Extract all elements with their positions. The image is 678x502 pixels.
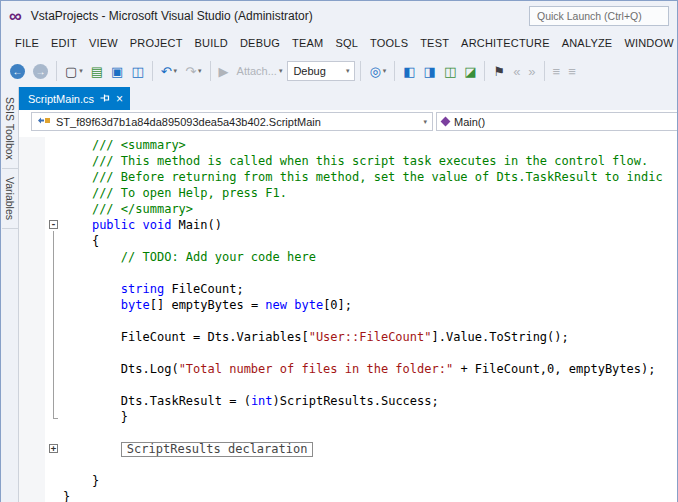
menu-item-build[interactable]: BUILD [189, 33, 234, 53]
type-dropdown[interactable]: ST_f89f63d7b1a84da895093dea5a43b402.Scri… [31, 112, 433, 131]
indicator-margin [19, 473, 45, 489]
indicator-margin [19, 489, 45, 502]
side-tab-variables[interactable]: Variables [2, 169, 18, 229]
code-text: FileCount = Dts.Variables[ [121, 329, 309, 345]
collapse-box-icon[interactable]: - [49, 220, 58, 229]
menu-item-analyze[interactable]: ANALYZE [556, 33, 619, 53]
indent [63, 441, 121, 457]
side-tab-ssis-toolbox[interactable]: SSIS Toolbox [2, 89, 18, 169]
fold-margin [45, 297, 63, 313]
redo-icon[interactable]: ↷▾ [182, 60, 204, 82]
chevron-down-icon: ▾ [346, 67, 350, 75]
chevron-down-icon: ▾ [423, 118, 427, 126]
indicator-margin [19, 393, 45, 409]
code-text: /// </summary> [92, 201, 193, 217]
indicator-margin [19, 457, 45, 473]
code-text: string [121, 281, 164, 297]
start-debug-icon[interactable]: ▶ [216, 60, 232, 82]
chevron-down-icon: ▾ [198, 67, 202, 75]
indicator-margin [19, 249, 45, 265]
fold-margin: - [45, 217, 63, 233]
attach-button[interactable]: Attach...▾ [234, 60, 286, 82]
indent [63, 137, 92, 153]
prev-bookmark-icon: « [513, 65, 520, 78]
code-line: FileCount = Dts.Variables["User::FileCou… [19, 329, 677, 345]
pin-tab-icon[interactable]: ◪ [461, 60, 479, 82]
code-editor[interactable]: /// <summary>/// This method is called w… [19, 133, 677, 502]
main-area: SSIS ToolboxVariables ScriptMain.cs × [1, 87, 677, 502]
indicator-margin [19, 137, 45, 153]
code-line [19, 313, 677, 329]
menu-item-window[interactable]: WINDOW [618, 33, 677, 53]
bookmark-icon[interactable]: ⚑ [490, 60, 508, 82]
code-text: [0]; [323, 297, 352, 313]
solution-explorer-icon[interactable]: ◧ [400, 60, 418, 82]
toolbar-separator [56, 61, 57, 81]
find-in-files-icon[interactable]: ◎▾ [366, 60, 389, 82]
comment-icon[interactable]: ≡ [550, 60, 564, 82]
chevron-down-icon: ▾ [279, 67, 283, 75]
code-line: /// This method is called when this scri… [19, 153, 677, 169]
menu-item-view[interactable]: VIEW [83, 33, 124, 53]
save-all-icon[interactable]: ◫ [128, 60, 146, 82]
toolbar-separator [484, 61, 485, 81]
fold-margin [45, 377, 63, 393]
nav-forward-icon[interactable]: → [30, 60, 51, 82]
code-line: Dts.Log("Total number of files in the fo… [19, 361, 677, 377]
undo-icon[interactable]: ↶▾ [158, 60, 180, 82]
close-icon[interactable]: × [116, 93, 123, 105]
indent [63, 409, 121, 425]
fold-margin [45, 185, 63, 201]
nav-forward-icon: → [33, 64, 48, 79]
fold-margin [45, 201, 63, 217]
code-text: [] emptyBytes = [150, 297, 266, 313]
code-text: } [121, 409, 128, 425]
uncomment-icon[interactable]: ≡ [565, 60, 579, 82]
menu-item-debug[interactable]: DEBUG [234, 33, 286, 53]
toolbar-separator [360, 61, 361, 81]
code-text: "Total number of files in the folder:" [179, 361, 454, 377]
menu-item-file[interactable]: FILE [9, 33, 45, 53]
quick-launch-input[interactable]: Quick Launch (Ctrl+Q) [529, 6, 669, 26]
indent [63, 153, 92, 169]
new-tab-group-icon[interactable]: ◫ [441, 60, 459, 82]
menu-item-team[interactable]: TEAM [286, 33, 329, 53]
tab-scriptmain[interactable]: ScriptMain.cs × [19, 87, 130, 110]
menu-item-architecture[interactable]: ARCHITECTURE [455, 33, 556, 53]
expand-box-icon[interactable]: + [49, 444, 58, 453]
code-text: )ScriptResults.Success; [273, 393, 439, 409]
code-text: Main() [179, 217, 222, 233]
new-file-icon: ▢ [65, 65, 77, 78]
indent [63, 361, 121, 377]
debug-target-combo[interactable]: Debug▾ [287, 61, 355, 81]
nav-back-icon[interactable]: ← [7, 60, 28, 82]
menu-item-sql[interactable]: SQL [329, 33, 364, 53]
menu-item-project[interactable]: PROJECT [124, 33, 189, 53]
fold-margin [45, 137, 63, 153]
indicator-margin [19, 233, 45, 249]
save-icon[interactable]: ▣ [108, 60, 126, 82]
window-title: VstaProjects - Microsoft Visual Studio (… [31, 9, 313, 23]
toolbar: ←→▢▾▤▣◫↶▾↷▾▶Attach...▾Debug▾◎▾◧◨◫◪⚑«»≡≡ [1, 55, 677, 87]
indicator-margin [19, 409, 45, 425]
next-bookmark-icon[interactable]: » [525, 60, 538, 82]
menubar: FILEEDITVIEWPROJECTBUILDDEBUGTEAMSQLTOOL… [1, 31, 677, 55]
properties-window-icon[interactable]: ◨ [421, 60, 439, 82]
fold-margin [45, 489, 63, 502]
uncomment-icon: ≡ [568, 65, 576, 78]
prev-bookmark-icon[interactable]: « [510, 60, 523, 82]
pin-icon[interactable] [100, 93, 110, 105]
code-line: /// Before returning from this method, s… [19, 169, 677, 185]
code-line: // TODO: Add your code here [19, 249, 677, 265]
indent [63, 281, 121, 297]
add-item-icon[interactable]: ▤ [88, 60, 106, 82]
member-dropdown[interactable]: Main() [436, 112, 678, 131]
indicator-margin [19, 265, 45, 281]
menu-item-edit[interactable]: EDIT [45, 33, 83, 53]
collapsed-region[interactable]: ScriptResults declaration [121, 442, 314, 457]
new-file-icon[interactable]: ▢▾ [62, 60, 86, 82]
menu-item-test[interactable]: TEST [414, 33, 455, 53]
indicator-margin [19, 441, 45, 457]
menu-item-tools[interactable]: TOOLS [364, 33, 414, 53]
code-text: { [92, 233, 99, 249]
